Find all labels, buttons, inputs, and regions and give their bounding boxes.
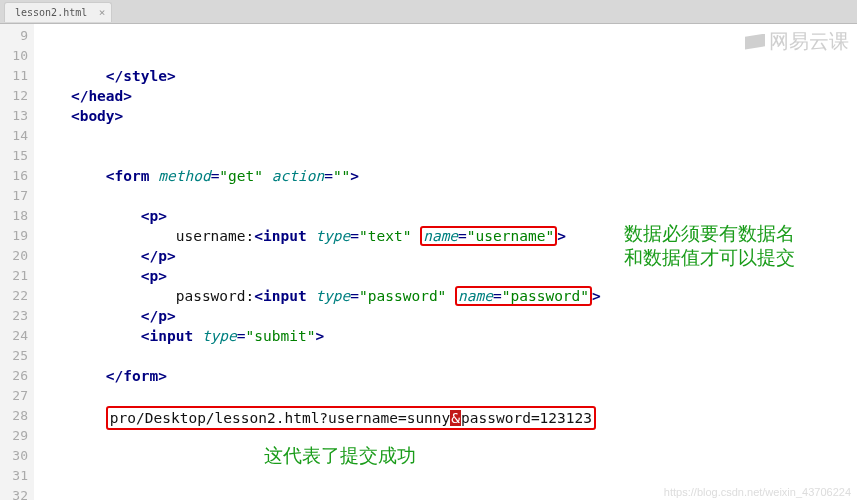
line-number-gutter: 9101112131415161718192021222324252627282… bbox=[0, 24, 34, 500]
code-line bbox=[36, 126, 857, 146]
code-line bbox=[36, 466, 857, 486]
highlight-name-username: name="username" bbox=[420, 226, 557, 246]
blog-watermark: https://blog.csdn.net/weixin_43706224 bbox=[664, 486, 851, 498]
code-line bbox=[36, 446, 857, 466]
code-line: </form> bbox=[36, 366, 857, 386]
ampersand-highlight: & bbox=[450, 410, 461, 426]
code-line bbox=[36, 146, 857, 166]
watermark-logo: 网易云课 bbox=[745, 28, 849, 55]
code-line bbox=[36, 186, 857, 206]
code-line bbox=[36, 386, 857, 406]
code-line: password:<input type="password" name="pa… bbox=[36, 286, 857, 306]
code-line: <body> bbox=[36, 106, 857, 126]
book-icon bbox=[745, 34, 765, 50]
code-line: <form method="get" action=""> bbox=[36, 166, 857, 186]
code-line: <p> bbox=[36, 266, 857, 286]
code-line bbox=[36, 26, 857, 46]
annotation-right-2: 和数据值才可以提交 bbox=[624, 248, 795, 268]
code-line: </style> bbox=[36, 66, 857, 86]
editor: 9101112131415161718192021222324252627282… bbox=[0, 24, 857, 500]
code-area[interactable]: </style> </head> <body> <form method="ge… bbox=[34, 24, 857, 500]
annotation-bottom: 这代表了提交成功 bbox=[264, 446, 416, 466]
code-line bbox=[36, 46, 857, 66]
tab-bar: lesson2.html bbox=[0, 0, 857, 24]
code-line: <input type="submit"> bbox=[36, 326, 857, 346]
code-line: </p> bbox=[36, 306, 857, 326]
annotation-right-1: 数据必须要有数据名 bbox=[624, 224, 795, 244]
code-line: pro/Desktop/lesson2.html?username=sunny&… bbox=[36, 406, 857, 426]
file-tab[interactable]: lesson2.html bbox=[4, 2, 112, 22]
code-line bbox=[36, 346, 857, 366]
highlight-result-url: pro/Desktop/lesson2.html?username=sunny&… bbox=[106, 406, 596, 430]
highlight-name-password: name="password" bbox=[455, 286, 592, 306]
code-line: </head> bbox=[36, 86, 857, 106]
